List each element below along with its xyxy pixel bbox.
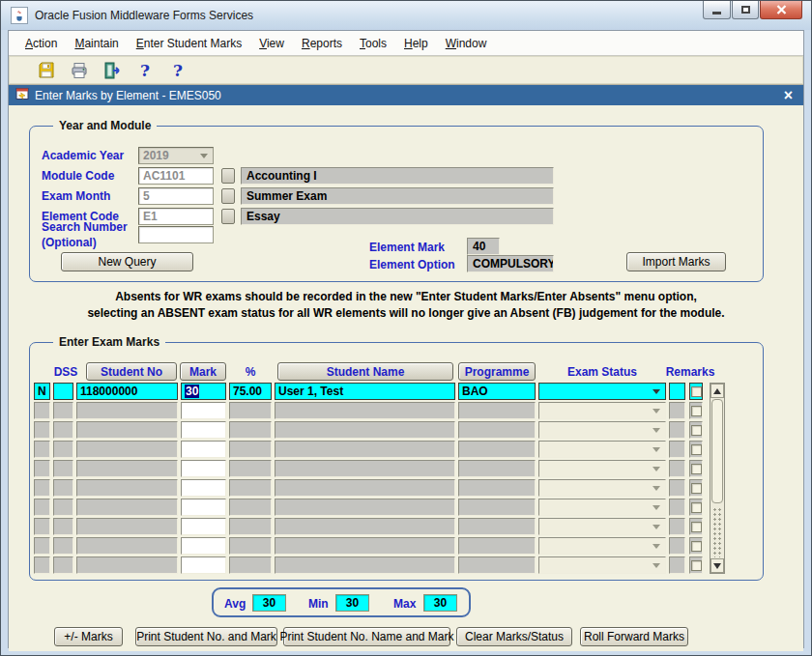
chevron-down-icon [652, 544, 660, 549]
maximize-button[interactable] [732, 1, 759, 19]
minimize-icon [712, 12, 721, 14]
programme-cell [458, 479, 536, 497]
student-no-cell[interactable]: 118000000 [76, 383, 178, 400]
mark-cell[interactable]: 30 [181, 383, 226, 400]
table-row [30, 460, 763, 477]
element-option-field: COMPULSORY [467, 255, 554, 272]
exam-status-select[interactable] [538, 383, 666, 400]
percent-cell [229, 460, 272, 477]
programme-cell [458, 460, 536, 477]
chevron-down-icon[interactable] [200, 154, 208, 158]
chevron-down-icon [652, 563, 660, 568]
scrollbar-thumb[interactable] [711, 399, 723, 503]
percent-cell [229, 479, 272, 497]
menu-tools[interactable]: Tools [351, 33, 395, 54]
row-status-cell [34, 479, 50, 497]
java-icon [11, 7, 28, 24]
percent-cell [229, 537, 272, 555]
remarks-cell[interactable] [669, 383, 685, 400]
scroll-down-icon[interactable] [710, 558, 724, 573]
grid-scrollbar[interactable] [710, 383, 725, 574]
mark-cell[interactable] [181, 518, 226, 535]
element-option-label: Element Option [369, 258, 455, 271]
programme-cell [458, 537, 536, 555]
remarks-cell [669, 537, 685, 555]
stats-box: Avg 30 Min 30 Max 30 [212, 587, 471, 617]
minimize-button[interactable] [703, 1, 731, 19]
chevron-down-icon [652, 409, 660, 414]
mark-cell[interactable] [181, 537, 226, 555]
new-query-button[interactable]: New Query [61, 252, 193, 271]
plus-minus-marks-button[interactable]: +/- Marks [54, 627, 123, 646]
window-title: Oracle Fusion Middleware Forms Services [35, 9, 253, 22]
exam-status-select [538, 441, 666, 458]
exam-month-input[interactable]: 5 [138, 187, 214, 205]
module-code-input[interactable]: AC1101 [138, 167, 214, 185]
menu-enter-student-marks[interactable]: Enter Student Marks [128, 33, 250, 54]
absents-notice: Absents for WR exams should be recorded … [9, 289, 803, 322]
toolbar: ? ? [9, 56, 803, 85]
absents-notice-line2: selecting an ABSENT exam status for all … [9, 305, 803, 322]
remarks-checkbox[interactable] [691, 386, 702, 397]
print-icon[interactable] [69, 60, 90, 81]
mdi-titlebar[interactable]: Enter Marks by Element - EMES050 × [9, 85, 803, 105]
help-icon[interactable]: ? [167, 60, 188, 81]
print-student-no-and-mark-button[interactable]: Print Student No. and Mark [135, 627, 277, 646]
student-name-cell [275, 441, 455, 458]
menu-window[interactable]: Window [437, 33, 496, 54]
remarks-checkbox [691, 425, 702, 436]
table-row [30, 556, 763, 574]
help-icon[interactable]: ? [134, 60, 156, 81]
remarks-checkbox [691, 483, 702, 494]
action-buttons: +/- MarksPrint Student No. and MarkPrint… [9, 627, 803, 648]
student-no-cell [76, 518, 178, 535]
module-code-lov-button[interactable] [221, 168, 235, 184]
programme-cell[interactable]: BAO [458, 383, 536, 400]
element-code-lov-button[interactable] [221, 209, 235, 224]
menu-reports[interactable]: Reports [293, 33, 351, 54]
remarks-checkbox-wrap [689, 441, 703, 458]
exit-icon[interactable] [102, 60, 123, 81]
scroll-up-icon[interactable] [710, 384, 724, 398]
mark-cell[interactable] [181, 421, 226, 439]
menu-view[interactable]: View [250, 33, 293, 54]
mdi-close-icon[interactable]: × [780, 88, 797, 103]
scrollbar-track[interactable] [712, 507, 722, 557]
mark-cell[interactable] [181, 499, 226, 516]
mark-cell[interactable] [181, 441, 226, 458]
menu-maintain[interactable]: Maintain [66, 33, 127, 54]
student-name-cell[interactable]: User 1, Test [275, 383, 455, 400]
chevron-down-icon[interactable] [652, 389, 660, 394]
programme-cell [458, 421, 536, 439]
remarks-cell [669, 460, 685, 477]
mark-cell[interactable] [181, 402, 226, 419]
dss-cell [53, 479, 73, 497]
exam-month-lov-button[interactable] [221, 188, 235, 204]
student-name-cell [275, 460, 455, 477]
mark-cell[interactable] [181, 556, 226, 574]
close-button[interactable] [760, 1, 802, 19]
mark-cell[interactable] [181, 460, 226, 477]
row-status-cell [34, 556, 50, 574]
remarks-cell [669, 556, 685, 574]
form-area: Year and Module Academic Year Module Cod… [9, 105, 803, 651]
menu-action[interactable]: Action [16, 33, 66, 54]
menu-help[interactable]: Help [395, 33, 437, 54]
clear-marks-status-button[interactable]: Clear Marks/Status [456, 627, 572, 646]
chevron-down-icon [652, 447, 660, 452]
print-student-no-name-and-mark-button[interactable]: Print Student No. Name and Mark [283, 627, 450, 646]
dss-cell [53, 402, 73, 419]
element-code-input[interactable]: E1 [138, 208, 214, 225]
roll-forward-marks-button[interactable]: Roll Forward Marks [580, 627, 688, 646]
exam-status-select [538, 460, 666, 477]
search-number-input[interactable] [138, 226, 214, 243]
window-titlebar[interactable]: Oracle Fusion Middleware Forms Services [1, 1, 811, 30]
academic-year-select[interactable]: 2019 [138, 147, 214, 164]
import-marks-button[interactable]: Import Marks [626, 252, 726, 271]
dss-cell [53, 537, 73, 555]
mark-cell[interactable] [181, 479, 226, 497]
save-icon[interactable] [36, 60, 57, 81]
remarks-checkbox-wrap [689, 383, 703, 400]
dss-cell[interactable] [53, 383, 73, 400]
student-no-cell [76, 402, 178, 419]
